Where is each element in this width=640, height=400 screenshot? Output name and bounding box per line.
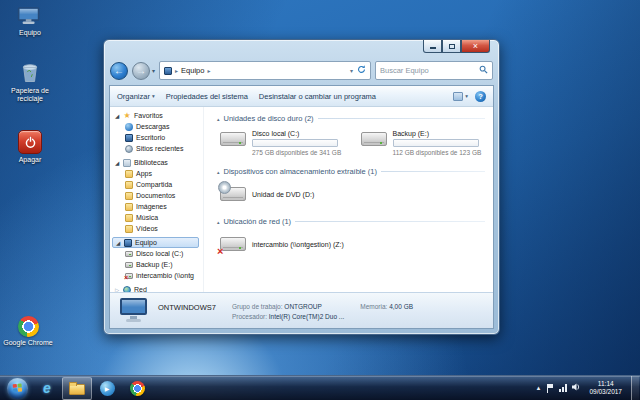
taskbar-item-explorer[interactable] (62, 377, 92, 400)
organize-button[interactable]: Organizar ▾ (117, 92, 155, 101)
windows-logo-icon (12, 383, 23, 393)
sidebar-item-documentos[interactable]: Documentos (112, 190, 199, 201)
desktop-icon-recycle-bin[interactable]: Papelera de reciclaje (2, 62, 58, 103)
group-collapse-icon[interactable]: ▴ (217, 169, 220, 175)
desktop-icon-label: Papelera de reciclaje (2, 87, 58, 103)
folder-icon (69, 384, 85, 395)
processor-value: Intel(R) Core(TM)2 Duo ... (269, 313, 345, 320)
desktop-icon-shutdown[interactable]: Apagar (2, 130, 58, 164)
library-icon (125, 170, 133, 178)
disk-icon (125, 262, 133, 268)
expand-icon[interactable]: ◢ (115, 240, 121, 246)
expand-icon[interactable]: ◢ (114, 160, 120, 166)
forward-button[interactable]: → (132, 62, 150, 80)
sidebar-section-favoritos[interactable]: ◢ ★ Favoritos (112, 110, 199, 121)
group-header-removable[interactable]: ▴ Dispositivos con almacenamiento extraí… (217, 167, 485, 176)
recent-places-icon (125, 145, 133, 153)
network-drive-tile[interactable]: × intercambio (\\ontgestion) (Z:) (220, 232, 410, 256)
sidebar-item-compartida[interactable]: Compartida (112, 179, 199, 190)
group-rule (295, 221, 485, 222)
uninstall-program-button[interactable]: Desinstalar o cambiar un programa (259, 92, 376, 101)
network-tray-icon[interactable] (559, 384, 567, 392)
sidebar-section-red[interactable]: ▷ Red (112, 284, 199, 292)
refresh-button[interactable] (357, 65, 366, 76)
drive-free-space: 275 GB disponibles de 341 GB (252, 149, 341, 156)
expand-icon[interactable]: ◢ (114, 113, 120, 119)
back-button[interactable]: ← (110, 62, 128, 80)
group-rule (318, 118, 485, 119)
power-icon (18, 130, 42, 154)
sidebar-item-intercambio[interactable]: intercambio (\\ontg (112, 270, 199, 281)
sidebar-item-escritorio[interactable]: Escritorio (112, 132, 199, 143)
desktop-icon-chrome[interactable]: Google Chrome (0, 316, 56, 347)
group-collapse-icon[interactable]: ▴ (217, 219, 220, 225)
change-view-button[interactable]: ▾ (453, 92, 468, 101)
search-box[interactable] (375, 61, 493, 80)
drive-free-space: 112 GB disponibles de 123 GB (393, 149, 482, 156)
breadcrumb-separator-icon: ▸ (175, 67, 178, 74)
disconnected-x-icon: × (217, 246, 223, 257)
sidebar-item-disco-local-c[interactable]: Disco local (C:) (112, 248, 199, 259)
sidebar-item-musica[interactable]: Música (112, 212, 199, 223)
group-header-hard-drives[interactable]: ▴ Unidades de disco duro (2) (217, 114, 485, 123)
clock[interactable]: 11:14 09/03/2017 (586, 380, 625, 397)
downloads-icon (125, 123, 133, 131)
desktop: Equipo Papelera de reciclaje Apagar Goog… (0, 0, 640, 400)
breadcrumb-computer-icon (164, 67, 172, 75)
chevron-down-icon: ▾ (152, 93, 155, 99)
sidebar-item-sitios-recientes[interactable]: Sitios recientes (112, 143, 199, 154)
maximize-button[interactable] (442, 40, 461, 53)
command-bar: Organizar ▾ Propiedades del sistema Desi… (110, 86, 493, 107)
volume-icon[interactable] (572, 383, 581, 393)
help-button[interactable]: ? (475, 91, 486, 102)
show-desktop-button[interactable] (631, 376, 639, 400)
sidebar-item-imagenes[interactable]: Imágenes (112, 201, 199, 212)
network-icon (123, 286, 131, 293)
processor-label: Procesador: (232, 313, 267, 320)
close-button[interactable]: × (461, 40, 490, 53)
breadcrumb-separator-icon: ▸ (207, 67, 210, 74)
taskbar: e ▶ ▲ 11:14 09/03/2017 (0, 375, 640, 400)
media-player-icon: ▶ (100, 381, 115, 396)
dvd-drive-icon (220, 184, 246, 204)
drive-name: Backup (E:) (393, 130, 482, 137)
library-icon (125, 192, 133, 200)
close-icon: × (473, 42, 478, 51)
sidebar-item-apps[interactable]: Apps (112, 168, 199, 179)
tray-expand-icon[interactable]: ▲ (536, 385, 542, 391)
taskbar-item-chrome[interactable] (122, 377, 152, 400)
search-input[interactable] (380, 66, 476, 75)
desktop-icon-label: Apagar (19, 156, 42, 164)
sidebar-item-backup-e[interactable]: Backup (E:) (112, 259, 199, 270)
group-header-network-location[interactable]: ▴ Ubicación de red (1) (217, 217, 485, 226)
disk-icon (125, 251, 133, 257)
desktop-icon-label: Equipo (19, 29, 41, 37)
caption-buttons: × (423, 40, 490, 53)
drive-name: Unidad de DVD (D:) (252, 191, 314, 198)
taskbar-item-internet-explorer[interactable]: e (32, 377, 62, 400)
history-dropdown-icon[interactable]: ▾ (152, 67, 155, 74)
group-collapse-icon[interactable]: ▴ (217, 116, 220, 122)
breadcrumb-item-computer[interactable]: Equipo (181, 66, 204, 75)
search-icon (479, 65, 488, 76)
dvd-drive-tile[interactable]: Unidad de DVD (D:) (220, 182, 352, 206)
drive-tile-e[interactable]: Backup (E:) 112 GB disponibles de 123 GB (361, 129, 486, 156)
hard-drive-icon (220, 129, 246, 149)
library-icon (125, 181, 133, 189)
drive-tile-c[interactable]: Disco local (C:) 275 GB disponibles de 3… (220, 129, 345, 156)
address-bar[interactable]: ▸ Equipo ▸ ▾ (159, 61, 371, 80)
start-button[interactable] (7, 378, 28, 399)
taskbar-item-media-player[interactable]: ▶ (92, 377, 122, 400)
sidebar-section-bibliotecas[interactable]: ◢ Bibliotecas (112, 157, 199, 168)
sidebar-item-videos[interactable]: Vídeos (112, 223, 199, 234)
system-properties-button[interactable]: Propiedades del sistema (166, 92, 248, 101)
minimize-button[interactable] (423, 40, 442, 53)
action-center-icon[interactable] (546, 384, 554, 393)
sidebar-section-equipo[interactable]: ◢ Equipo (112, 237, 199, 248)
explorer-window: × ← → ▾ ▸ Equipo ▸ ▾ (103, 39, 500, 335)
sidebar-item-descargas[interactable]: Descargas (112, 121, 199, 132)
desktop-icon-computer[interactable]: Equipo (2, 5, 58, 37)
address-dropdown-icon[interactable]: ▾ (350, 67, 353, 74)
maximize-icon (449, 44, 455, 49)
views-icon (453, 92, 463, 101)
